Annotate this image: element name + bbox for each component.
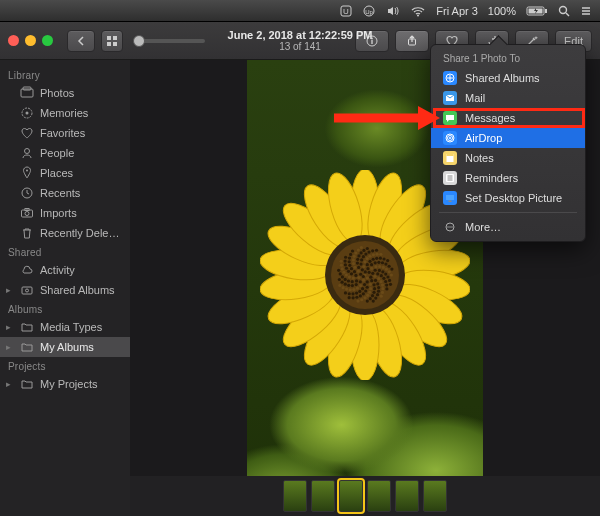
share-menu-item-mail[interactable]: Mail bbox=[431, 88, 585, 108]
svg-point-154 bbox=[344, 263, 347, 266]
svg-point-25 bbox=[25, 212, 29, 216]
svg-point-78 bbox=[353, 270, 356, 273]
svg-point-85 bbox=[366, 286, 369, 289]
close-window-button[interactable] bbox=[8, 35, 19, 46]
share-menu-item-notes[interactable]: Notes bbox=[431, 148, 585, 168]
share-menu-item-more[interactable]: More… bbox=[431, 217, 585, 237]
zoom-slider[interactable] bbox=[133, 39, 205, 43]
battery-icon[interactable] bbox=[526, 5, 548, 17]
svg-point-80 bbox=[359, 284, 362, 287]
svg-point-134 bbox=[382, 266, 385, 269]
cloud-icon bbox=[20, 263, 34, 277]
heart-icon bbox=[20, 126, 34, 140]
share-button[interactable] bbox=[395, 30, 429, 52]
svg-point-113 bbox=[378, 265, 381, 268]
menubar-clock[interactable]: Fri Apr 3 bbox=[436, 5, 478, 17]
sidebar-item-imports[interactable]: Imports bbox=[0, 203, 130, 223]
back-button[interactable] bbox=[67, 30, 95, 52]
svg-point-109 bbox=[351, 284, 354, 287]
svg-point-129 bbox=[382, 277, 385, 280]
disclosure-triangle-icon[interactable]: ▸ bbox=[6, 285, 14, 295]
clock-icon bbox=[20, 186, 34, 200]
messages-icon bbox=[443, 111, 457, 125]
grid-view-button[interactable] bbox=[101, 30, 123, 52]
svg-point-96 bbox=[351, 280, 354, 283]
sidebar-item-my-projects[interactable]: ▸My Projects bbox=[0, 374, 130, 394]
sidebar-item-people[interactable]: People bbox=[0, 143, 130, 163]
sidebar-item-label: Activity bbox=[40, 264, 75, 276]
disclosure-triangle-icon[interactable]: ▸ bbox=[6, 322, 14, 332]
sidebar-item-label: Shared Albums bbox=[40, 284, 115, 296]
sidebar-item-recently-dele[interactable]: Recently Dele… bbox=[0, 223, 130, 243]
svg-point-104 bbox=[348, 275, 351, 278]
share-menu-item-shared-albums[interactable]: Shared Albums bbox=[431, 68, 585, 88]
airdrop-icon bbox=[443, 131, 457, 145]
upwork-menu-icon[interactable]: Up bbox=[362, 5, 376, 17]
disclosure-triangle-icon[interactable]: ▸ bbox=[6, 379, 14, 389]
share-menu-item-reminders[interactable]: Reminders bbox=[431, 168, 585, 188]
wifi-menu-icon[interactable] bbox=[410, 5, 426, 17]
filmstrip-thumb[interactable] bbox=[311, 480, 335, 512]
svg-point-130 bbox=[347, 284, 350, 287]
svg-point-144 bbox=[364, 252, 367, 255]
svg-point-168 bbox=[384, 263, 387, 266]
svg-point-155 bbox=[385, 268, 388, 271]
macos-menubar: U Up Fri Apr 3 100% bbox=[0, 0, 600, 22]
text-tool-menu-icon[interactable]: U bbox=[340, 5, 352, 17]
filmstrip-thumb[interactable] bbox=[423, 480, 447, 512]
svg-point-63 bbox=[366, 267, 369, 270]
svg-point-153 bbox=[371, 294, 374, 297]
filmstrip-thumb[interactable] bbox=[283, 480, 307, 512]
svg-point-71 bbox=[370, 267, 373, 270]
sidebar-item-activity[interactable]: Activity bbox=[0, 260, 130, 280]
sidebar-item-recents[interactable]: Recents bbox=[0, 183, 130, 203]
sidebar-item-my-albums[interactable]: ▸My Albums bbox=[0, 337, 130, 357]
svg-point-191 bbox=[357, 248, 360, 251]
disclosure-triangle-icon[interactable]: ▸ bbox=[6, 342, 14, 352]
sidebar-item-label: My Projects bbox=[40, 378, 97, 390]
svg-point-122 bbox=[352, 288, 355, 291]
svg-point-170 bbox=[354, 251, 357, 254]
svg-point-115 bbox=[356, 258, 359, 261]
sidebar-item-memories[interactable]: Memories bbox=[0, 103, 130, 123]
sidebar-item-photos[interactable]: Photos bbox=[0, 83, 130, 103]
filmstrip-thumb[interactable] bbox=[367, 480, 391, 512]
share-menu-item-set-desktop-picture[interactable]: Set Desktop Picture bbox=[431, 188, 585, 208]
share-menu-item-messages[interactable]: Messages bbox=[431, 108, 585, 128]
svg-point-156 bbox=[351, 292, 354, 295]
svg-point-111 bbox=[373, 287, 376, 290]
svg-point-93 bbox=[361, 287, 364, 290]
zoom-window-button[interactable] bbox=[42, 35, 53, 46]
volume-menu-icon[interactable] bbox=[386, 5, 400, 17]
share-menu-item-label: AirDrop bbox=[465, 132, 502, 144]
spotlight-menu-icon[interactable] bbox=[558, 5, 570, 17]
notification-center-icon[interactable] bbox=[580, 5, 592, 17]
svg-point-210 bbox=[390, 267, 393, 270]
svg-point-204 bbox=[351, 249, 354, 252]
svg-point-183 bbox=[349, 253, 352, 256]
svg-point-88 bbox=[355, 283, 358, 286]
share-menu-item-airdrop[interactable]: AirDrop bbox=[431, 128, 585, 148]
sidebar-item-media-types[interactable]: ▸Media Types bbox=[0, 317, 130, 337]
filmstrip-thumb[interactable] bbox=[395, 480, 419, 512]
filmstrip[interactable] bbox=[130, 476, 600, 516]
svg-point-207 bbox=[375, 249, 378, 252]
svg-point-147 bbox=[381, 261, 384, 264]
svg-point-21 bbox=[25, 149, 30, 154]
minimize-window-button[interactable] bbox=[25, 35, 36, 46]
sidebar-item-label: Recently Dele… bbox=[40, 227, 119, 239]
source-list-sidebar: LibraryPhotosMemoriesFavoritesPeoplePlac… bbox=[0, 60, 130, 516]
svg-point-20 bbox=[26, 112, 29, 115]
sidebar-item-places[interactable]: Places bbox=[0, 163, 130, 183]
svg-point-215 bbox=[449, 137, 451, 139]
svg-point-118 bbox=[372, 258, 375, 261]
svg-point-54 bbox=[362, 275, 365, 278]
filmstrip-thumb-current[interactable] bbox=[339, 480, 363, 512]
svg-point-225 bbox=[449, 226, 450, 227]
svg-point-76 bbox=[366, 263, 369, 266]
sidebar-item-favorites[interactable]: Favorites bbox=[0, 123, 130, 143]
sidebar-item-label: My Albums bbox=[40, 341, 94, 353]
sidebar-item-shared-albums[interactable]: ▸Shared Albums bbox=[0, 280, 130, 300]
svg-point-145 bbox=[377, 290, 380, 293]
svg-point-103 bbox=[376, 282, 379, 285]
